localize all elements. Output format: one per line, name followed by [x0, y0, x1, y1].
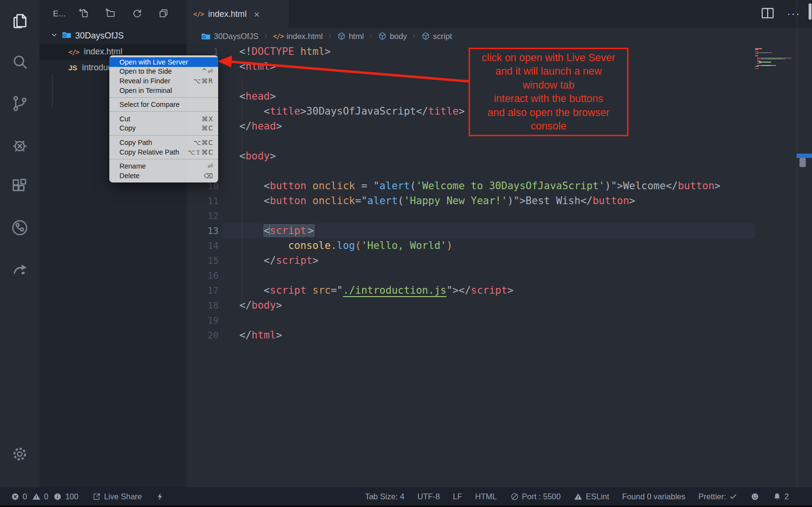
- breadcrumb-index.html[interactable]: </>index.html: [273, 32, 323, 41]
- status-variables[interactable]: Found 0 variables: [622, 492, 685, 501]
- refresh-button[interactable]: [131, 8, 143, 21]
- status-problems-errors[interactable]: 0: [11, 492, 27, 501]
- line-number: 12: [186, 208, 219, 223]
- menu-item-label: Select for Compare: [119, 101, 180, 108]
- code-line-18: 18</body>: [186, 298, 812, 313]
- warning-icon: [32, 492, 41, 501]
- status-label: Port : 5500: [522, 492, 561, 501]
- editor-actions: ···: [760, 0, 812, 28]
- line-number: 13: [186, 223, 219, 238]
- annotation-line: and it will launch a new: [470, 65, 627, 78]
- symbol-cube-icon: [421, 32, 430, 40]
- menu-item-label: Open with Live Server: [119, 58, 188, 66]
- menu-item-label: Open to the Side: [119, 67, 172, 75]
- explorer-title: E...: [53, 9, 66, 19]
- code-line-16: 16: [186, 268, 812, 283]
- minimap[interactable]: [755, 48, 797, 69]
- new-folder-button[interactable]: [105, 8, 116, 21]
- tree-root-folder[interactable]: 30DaysOfJS: [39, 28, 186, 44]
- status-problems-info[interactable]: 100: [53, 492, 79, 501]
- menu-item-reveal-in-finder[interactable]: Reveal in Finder⌥⌘R: [109, 76, 218, 86]
- status-eol[interactable]: LF: [453, 492, 462, 501]
- menu-item-copy[interactable]: Copy⌘C: [109, 124, 218, 133]
- menu-item-shortcut: ⌘C: [201, 124, 213, 132]
- breadcrumb-30DaysOfJS[interactable]: 30DaysOfJS: [201, 31, 259, 41]
- menu-item-select-for-compare[interactable]: Select for Compare: [109, 100, 218, 109]
- code-line-14: 14 console.log('Hello, World'): [186, 238, 812, 253]
- line-number: 18: [186, 298, 219, 313]
- menu-item-delete[interactable]: Delete⌫: [109, 171, 218, 181]
- html-file-icon: </>: [193, 10, 204, 18]
- activity-search[interactable]: [0, 41, 39, 83]
- menu-item-label: Open in Terminal: [119, 87, 172, 94]
- breadcrumb-script[interactable]: script: [421, 32, 452, 41]
- status-label: 2: [785, 492, 789, 501]
- menu-item-shortcut: ⌥⌘R: [194, 77, 213, 85]
- chevron-right-icon: [262, 33, 269, 39]
- error-icon: [11, 492, 20, 501]
- scrollbar-handle[interactable]: [799, 158, 806, 167]
- status-live-reload[interactable]: [156, 492, 165, 501]
- status-label: Tab Size: 4: [365, 492, 405, 501]
- menu-item-copy-relative-path[interactable]: Copy Relative Path⌥⇧⌘C: [109, 147, 218, 157]
- menu-item-open-in-terminal[interactable]: Open in Terminal: [109, 86, 218, 95]
- status-problems-warnings[interactable]: 0: [32, 492, 48, 501]
- explorer-header: E...: [39, 0, 186, 28]
- menu-item-open-to-the-side[interactable]: Open to the Side^⏎: [109, 67, 218, 77]
- code-line-13: 13 <script>: [186, 223, 812, 238]
- breadcrumb-html[interactable]: html: [337, 32, 364, 41]
- menu-item-shortcut: ⌫: [204, 172, 213, 180]
- activity-extensions[interactable]: [0, 166, 39, 207]
- gear-icon: [11, 445, 29, 463]
- close-icon[interactable]: ×: [254, 9, 260, 19]
- status-label: 0: [44, 492, 48, 501]
- indent-guide: [242, 77, 242, 302]
- status-tab-size[interactable]: Tab Size: 4: [365, 492, 405, 501]
- breadcrumb-label: script: [433, 32, 452, 41]
- status-eslint[interactable]: ESLint: [574, 492, 609, 501]
- symbol-cube-icon: [378, 32, 387, 40]
- code-line-12: 12: [186, 208, 812, 223]
- menu-item-label: Delete: [119, 172, 140, 180]
- status-feedback[interactable]: [750, 492, 760, 501]
- status-port[interactable]: Port : 5500: [510, 492, 561, 501]
- menu-item-shortcut: ⌘X: [201, 115, 213, 123]
- status-prettier[interactable]: Prettier:: [698, 492, 737, 501]
- menu-item-copy-path[interactable]: Copy Path⌥⌘C: [109, 138, 218, 147]
- chevron-right-icon: [367, 33, 374, 39]
- status-notifications[interactable]: 2: [773, 492, 789, 501]
- menu-item-label: Reveal in Finder: [119, 77, 170, 85]
- menu-item-cut[interactable]: Cut⌘X: [109, 114, 218, 124]
- menu-item-rename[interactable]: Rename⏎: [109, 161, 218, 171]
- new-file-button[interactable]: [79, 8, 90, 21]
- activity-source-control[interactable]: [0, 83, 39, 124]
- activity-live-share[interactable]: [0, 248, 39, 290]
- activity-settings[interactable]: [0, 433, 39, 475]
- code-line-9: 9: [186, 164, 812, 179]
- annotation-line: window tab: [470, 78, 627, 92]
- line-number: 20: [186, 328, 219, 343]
- breadcrumb-body[interactable]: body: [378, 32, 407, 41]
- status-live-share[interactable]: Live Share: [92, 492, 142, 501]
- split-editor-icon[interactable]: [760, 5, 775, 23]
- status-encoding[interactable]: UTF-8: [418, 492, 440, 501]
- live-share-icon: [92, 492, 101, 501]
- status-language-mode[interactable]: HTML: [475, 492, 497, 501]
- code-line-11: 11 <button onclick="alert('Happy New Yea…: [186, 194, 812, 208]
- menu-item-shortcut: ⌥⇧⌘C: [187, 148, 213, 156]
- breadcrumb-label: index.html: [287, 32, 323, 41]
- activity-explorer[interactable]: [0, 0, 39, 41]
- more-actions-icon[interactable]: ···: [787, 8, 800, 20]
- activity-gitlens[interactable]: [0, 207, 39, 248]
- line-number: 19: [186, 313, 219, 328]
- tabbar-scroll-indicator: [809, 3, 812, 20]
- activity-run-debug[interactable]: [0, 124, 39, 166]
- menu-item-shortcut: ⏎: [208, 162, 213, 170]
- collapse-all-icon: [158, 8, 169, 19]
- collapse-all-button[interactable]: [158, 8, 169, 21]
- menu-item-open-with-live-server[interactable]: Open with Live Server: [109, 57, 218, 67]
- status-label: ESLint: [586, 492, 609, 501]
- menu-separator: [109, 111, 218, 112]
- line-number: 15: [186, 253, 219, 268]
- tab-index-html[interactable]: </> index.html ×: [186, 0, 289, 28]
